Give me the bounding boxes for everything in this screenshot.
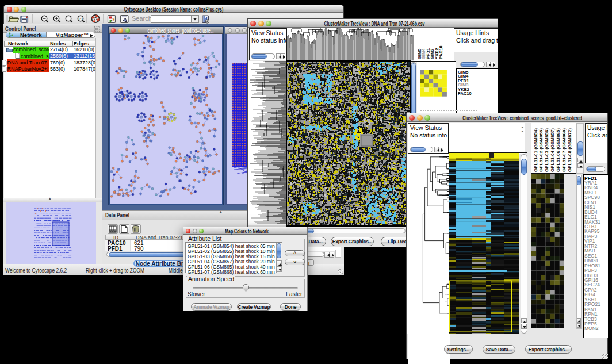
svg-text:1:1: 1:1 — [78, 17, 83, 21]
svg-text:Search:: Search: — [132, 15, 154, 22]
